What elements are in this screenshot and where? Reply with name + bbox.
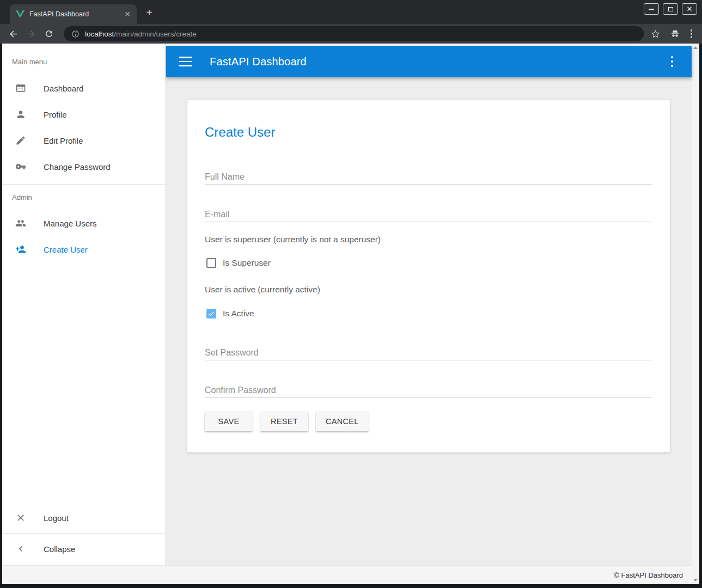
tab-title: FastAPI Dashboard [29, 10, 123, 18]
person-add-icon [15, 244, 26, 255]
forward-icon [26, 29, 36, 39]
sidebar-section-admin: Admin [2, 193, 165, 201]
active-hint: User is active (currently active) [205, 285, 652, 295]
tab-close-icon[interactable]: ✕ [123, 9, 132, 19]
sidebar-item-label: Create User [44, 245, 88, 254]
incognito-badge [669, 29, 681, 39]
sidebar: Main menu Dashboard Profile Edit Profile [2, 44, 166, 565]
set-password-field [205, 346, 652, 360]
sidebar-item-profile[interactable]: Profile [2, 101, 165, 127]
key-icon [15, 161, 26, 172]
sidebar-divider [2, 533, 165, 534]
checkbox-checked-icon [206, 309, 216, 318]
sidebar-item-label: Profile [44, 110, 67, 119]
superuser-hint: User is superuser (currently is not a su… [205, 235, 652, 244]
sidebar-item-change-password[interactable]: Change Password [2, 154, 165, 180]
sidebar-item-create-user[interactable]: Create User [2, 236, 165, 262]
menu-toggle-button[interactable] [179, 57, 192, 66]
reset-button[interactable]: RESET [260, 412, 308, 431]
close-button[interactable]: ✕ [682, 3, 697, 15]
footer-copyright: © FastAPI Dashboard [614, 571, 683, 579]
sidebar-bottom: Logout Collapse [2, 505, 165, 562]
group-icon [15, 218, 26, 229]
cancel-button[interactable]: CANCEL [316, 412, 369, 431]
sidebar-item-label: Edit Profile [44, 136, 83, 145]
form-buttons: SAVE RESET CANCEL [205, 412, 652, 431]
email-input[interactable] [205, 207, 652, 222]
incognito-icon [669, 29, 681, 39]
confirm-password-field [205, 383, 652, 398]
minimize-button[interactable] [644, 3, 659, 15]
is-superuser-checkbox[interactable]: Is Superuser [206, 258, 652, 268]
appbar: FastAPI Dashboard [166, 46, 692, 77]
appbar-menu-button[interactable] [669, 54, 676, 70]
set-password-input[interactable] [205, 346, 652, 360]
sidebar-item-edit-profile[interactable]: Edit Profile [2, 127, 165, 154]
create-user-card: Create User User is superuser (currently… [187, 100, 670, 452]
full-name-field [205, 170, 652, 185]
browser-window: FastAPI Dashboard ✕ + ✕ localhost/main/a… [0, 0, 702, 588]
bookmark-star-button[interactable] [650, 29, 661, 39]
browser-toolbar: localhost/main/admin/users/create [0, 24, 702, 44]
sidebar-item-collapse[interactable]: Collapse [2, 536, 165, 562]
page: Main menu Dashboard Profile Edit Profile [2, 44, 699, 584]
sidebar-divider [2, 184, 165, 185]
vue-logo-favicon [16, 10, 25, 18]
sidebar-item-label: Collapse [44, 544, 75, 554]
sidebar-item-label: Logout [44, 513, 69, 523]
address-bar[interactable]: localhost/main/admin/users/create [64, 26, 644, 41]
sidebar-item-logout[interactable]: Logout [2, 505, 165, 531]
page-title: Create User [205, 124, 652, 140]
full-name-input[interactable] [205, 170, 652, 185]
new-tab-icon: + [146, 7, 152, 19]
browser-menu-button[interactable] [689, 28, 694, 39]
window-controls: ✕ [644, 3, 697, 15]
browser-titlebar: FastAPI Dashboard ✕ + ✕ [0, 0, 702, 24]
minimize-icon [649, 9, 654, 10]
sidebar-section-main-menu: Main menu [2, 58, 165, 66]
hamburger-icon [179, 57, 192, 58]
back-icon [8, 29, 19, 39]
sidebar-item-manage-users[interactable]: Manage Users [2, 210, 165, 236]
sidebar-item-dashboard[interactable]: Dashboard [2, 75, 165, 101]
dashboard-icon [15, 83, 26, 94]
save-button[interactable]: SAVE [205, 412, 253, 431]
toolbar-right-icons [650, 28, 696, 39]
reload-button[interactable] [42, 27, 56, 40]
browser-menu-kebab-icon [691, 29, 693, 32]
kebab-menu-icon [671, 56, 674, 59]
reload-icon [44, 29, 54, 39]
maximize-button[interactable] [663, 3, 678, 15]
confirm-password-input[interactable] [205, 383, 652, 398]
main-area: FastAPI Dashboard Create User User is su… [166, 44, 692, 565]
url-text: localhost/main/admin/users/create [85, 30, 197, 38]
scroll-up-arrow-icon[interactable] [693, 46, 698, 49]
close-icon: ✕ [687, 5, 693, 13]
app-footer: © FastAPI Dashboard [2, 565, 692, 584]
appbar-title: FastAPI Dashboard [210, 56, 307, 68]
content-area: Create User User is superuser (currently… [166, 77, 692, 565]
person-icon [15, 109, 26, 120]
maximize-icon [668, 7, 673, 11]
forward-button[interactable] [25, 27, 38, 40]
info-icon [71, 30, 80, 38]
scroll-down-arrow-icon[interactable] [693, 579, 698, 581]
sidebar-item-label: Change Password [44, 162, 111, 171]
page-scrollbar[interactable] [692, 44, 699, 584]
back-button[interactable] [7, 27, 20, 40]
bookmark-star-icon [650, 29, 661, 39]
new-tab-button[interactable]: + [143, 6, 156, 19]
sidebar-item-label: Dashboard [44, 84, 83, 93]
sidebar-item-label: Manage Users [44, 219, 97, 228]
checkbox-label: Is Active [223, 309, 254, 318]
edit-icon [15, 135, 26, 146]
close-icon [15, 512, 26, 523]
checkbox-unchecked-icon [206, 258, 216, 268]
chevron-left-icon [15, 543, 26, 554]
is-active-checkbox[interactable]: Is Active [206, 309, 652, 318]
checkbox-label: Is Superuser [223, 258, 271, 268]
browser-tab[interactable]: FastAPI Dashboard ✕ [10, 4, 137, 24]
email-field [205, 207, 652, 222]
